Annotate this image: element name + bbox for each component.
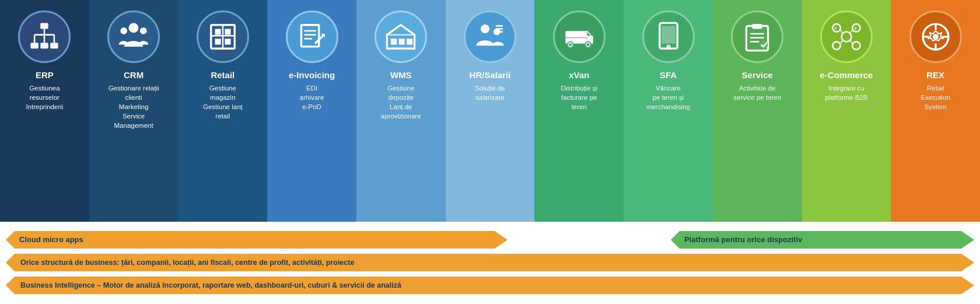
svg-text:€: € <box>835 26 837 30</box>
svg-line-57 <box>850 40 852 43</box>
svg-rect-25 <box>399 39 405 44</box>
svg-rect-3 <box>50 43 58 48</box>
module-col-wms: WMSGestiune depozite Lanț de aproviziona… <box>356 0 446 222</box>
rex-title: REX <box>926 70 944 81</box>
retail-desc: Gestiune magazin Gestiune lanț retail <box>203 83 243 121</box>
svg-point-28 <box>481 25 489 33</box>
erp-icon-circle <box>18 11 71 63</box>
cloud-arrow-label: Cloud micro apps <box>15 231 495 249</box>
svg-rect-14 <box>225 29 230 35</box>
service-desc: Activitate de service pe teren <box>733 83 781 102</box>
svg-rect-40 <box>662 26 676 43</box>
svg-rect-0 <box>41 23 49 29</box>
svg-rect-13 <box>215 29 220 35</box>
module-col-sfa: SFAVânzare pe teren și merchandising <box>624 0 713 222</box>
module-col-service: ServiceActivitate de service pe teren <box>713 0 802 222</box>
crm-icon-circle <box>107 11 160 63</box>
einvoicing-icon-circle <box>286 11 338 63</box>
business-arrow-label: Orice structură de business: țări, compa… <box>15 254 961 271</box>
xvan-desc: Distribuție și facturare pe teren <box>561 83 597 111</box>
wms-desc: Gestiune depozite Lanț de aprovizionare <box>381 83 421 121</box>
module-col-rex: REXRetail Execution System <box>891 0 980 222</box>
svg-point-53 <box>852 41 860 50</box>
service-title: Service <box>742 70 773 81</box>
main-container: ERPGestiunea resurselor întreprinderii C… <box>0 0 980 304</box>
bi-arrow-label: Business Intelligence – Motor de analiză… <box>15 277 961 294</box>
cloud-arrow: Cloud micro apps <box>6 231 508 249</box>
svg-rect-15 <box>215 39 220 44</box>
ecommerce-title: e-Commerce <box>820 70 873 81</box>
svg-rect-26 <box>407 39 412 44</box>
module-col-ecommerce: € $ e-CommerceIntegrare cu platforme B2B <box>802 0 891 222</box>
sfa-title: SFA <box>660 70 677 81</box>
einvoicing-title: e-Invoicing <box>289 70 335 81</box>
svg-line-54 <box>841 30 843 33</box>
arrows-row-1: Cloud micro appsPlatformă pentru orice d… <box>6 231 974 249</box>
einvoicing-desc: EDI arhivare e-PoD <box>300 83 324 111</box>
module-col-retail: RetailGestiune magazin Gestiune lanț ret… <box>178 0 267 222</box>
module-col-crm: CRMGestionare relații clienti Marketing … <box>89 0 178 222</box>
ecommerce-desc: Integrare cu platforme B2B <box>825 83 868 102</box>
module-col-xvan: xVanDistribuție și facturare pe teren <box>534 0 624 222</box>
hr-title: HR/Salarii <box>470 70 511 81</box>
rex-desc: Retail Execution System <box>921 83 950 111</box>
ecommerce-icon-circle: € $ <box>820 11 873 63</box>
platform-arrow-label: Platformă pentru orice dispozitiv <box>680 231 961 249</box>
bi-arrow: Business Intelligence – Motor de analiză… <box>6 277 974 294</box>
rex-icon-circle <box>909 11 962 63</box>
svg-point-9 <box>129 23 139 33</box>
hr-icon-circle <box>464 11 516 63</box>
wms-icon-circle <box>374 11 427 63</box>
service-icon-circle <box>731 11 783 63</box>
module-col-einvoicing: e-InvoicingEDI arhivare e-PoD <box>267 0 356 222</box>
svg-rect-16 <box>225 39 230 44</box>
crm-desc: Gestionare relații clienti Marketing Ser… <box>108 83 159 130</box>
svg-line-56 <box>841 40 843 43</box>
xvan-icon-circle <box>553 11 606 63</box>
hr-desc: Soluție de salarizare <box>475 83 505 102</box>
wms-title: WMS <box>390 70 412 81</box>
crm-title: CRM <box>124 70 144 81</box>
svg-line-55 <box>850 30 852 33</box>
module-col-hr: HR/SalariiSoluție de salarizare <box>446 0 535 222</box>
platform-arrow: Platformă pentru orice dispozitiv <box>671 231 974 249</box>
sfa-desc: Vânzare pe teren și merchandising <box>646 83 690 111</box>
svg-rect-44 <box>752 24 762 29</box>
modules-row: ERPGestiunea resurselor întreprinderii C… <box>0 0 980 222</box>
svg-rect-1 <box>31 43 39 48</box>
svg-rect-24 <box>391 39 397 44</box>
svg-point-37 <box>586 43 589 46</box>
retail-icon-circle <box>197 11 249 63</box>
sfa-icon-circle <box>642 11 695 63</box>
retail-title: Retail <box>211 70 235 81</box>
module-col-erp: ERPGestiunea resurselor întreprinderii <box>0 0 89 222</box>
arrows-section: Cloud micro appsPlatformă pentru orice d… <box>0 222 980 304</box>
svg-rect-2 <box>41 43 49 48</box>
erp-title: ERP <box>36 70 54 81</box>
svg-point-61 <box>933 34 939 40</box>
svg-text:$: $ <box>854 26 856 30</box>
svg-point-11 <box>140 27 147 34</box>
xvan-title: xVan <box>569 70 589 81</box>
erp-desc: Gestiunea resurselor întreprinderii <box>26 83 63 111</box>
svg-point-10 <box>120 27 127 34</box>
svg-point-35 <box>569 43 572 46</box>
svg-point-52 <box>832 41 841 50</box>
business-arrow: Orice structură de business: țări, compa… <box>6 254 974 271</box>
